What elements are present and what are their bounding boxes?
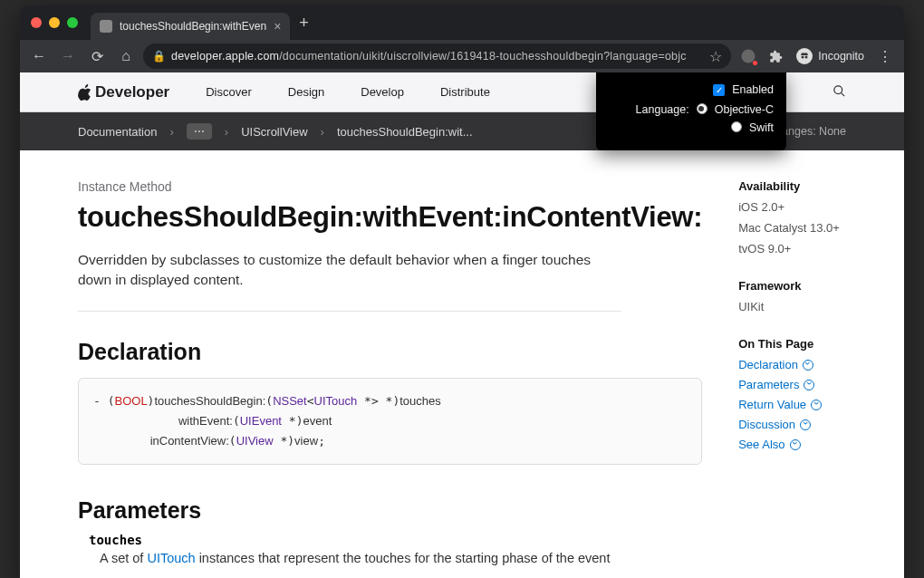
url-text: developer.apple.com/documentation/uikit/… xyxy=(171,50,687,63)
nav-develop[interactable]: Develop xyxy=(361,85,404,99)
svg-line-4 xyxy=(841,92,844,96)
radio-objc[interactable] xyxy=(697,103,707,114)
extensions-icon[interactable] xyxy=(764,44,787,68)
chevron-down-icon xyxy=(803,360,813,371)
tab-title: touchesShouldBegin:withEven xyxy=(120,20,266,33)
toc-discussion[interactable]: Discussion xyxy=(738,418,846,431)
enabled-label: Enabled xyxy=(732,83,774,96)
lock-icon: 🔒 xyxy=(152,50,166,63)
page-description: Overridden by subclasses to customize th… xyxy=(78,250,621,312)
breadcrumb-ellipsis[interactable]: ⋯ xyxy=(187,123,212,140)
browser-menu-button[interactable]: ⋮ xyxy=(873,44,897,68)
new-tab-button[interactable]: + xyxy=(290,14,318,33)
star-icon[interactable]: ☆ xyxy=(709,48,722,65)
framework-heading: Framework xyxy=(738,279,846,293)
extension-button[interactable] xyxy=(736,44,760,68)
minimize-window-button[interactable] xyxy=(49,17,60,28)
declaration-code: - (BOOL)touchesShouldBegin:(NSSet<UITouc… xyxy=(78,378,702,465)
availability-heading: Availability xyxy=(738,179,846,193)
toc-seealso[interactable]: See Also xyxy=(738,438,846,451)
availability-catalyst: Mac Catalyst 13.0+ xyxy=(738,221,846,235)
address-bar: ← → ⟳ ⌂ 🔒 developer.apple.com/documentat… xyxy=(20,40,904,72)
enabled-checkbox[interactable]: ✓ xyxy=(713,84,725,96)
parameters-heading: Parameters xyxy=(78,497,702,524)
chevron-down-icon xyxy=(804,380,814,390)
toc-returnvalue[interactable]: Return Value xyxy=(738,398,846,411)
breadcrumb-documentation[interactable]: Documentation xyxy=(78,125,157,139)
breadcrumb-current: touchesShouldBegin:wit... xyxy=(337,125,473,139)
uitouch-link[interactable]: UITouch xyxy=(147,551,195,565)
doc-eyebrow: Instance Method xyxy=(78,179,702,194)
main-content: Instance Method touchesShouldBegin:withE… xyxy=(78,179,702,565)
incognito-indicator[interactable]: Incognito xyxy=(791,48,870,64)
url-field[interactable]: 🔒 developer.apple.com/documentation/uiki… xyxy=(143,43,731,69)
param-touches-desc: A set of UITouch instances that represen… xyxy=(100,551,702,565)
svg-point-3 xyxy=(834,85,842,93)
param-touches-name: touches xyxy=(89,533,702,547)
browser-tab[interactable]: touchesShouldBegin:withEven × xyxy=(91,13,290,40)
search-icon[interactable] xyxy=(833,84,846,101)
nav-design[interactable]: Design xyxy=(288,85,324,99)
svg-point-1 xyxy=(802,56,804,59)
onthispage-heading: On This Page xyxy=(738,337,846,351)
apple-developer-logo[interactable]: Developer xyxy=(78,83,169,101)
language-label: Language: xyxy=(636,103,689,116)
chevron-down-icon xyxy=(811,400,822,410)
toc-declaration[interactable]: Declaration xyxy=(738,358,846,371)
close-tab-icon[interactable]: × xyxy=(274,19,281,34)
chevron-down-icon xyxy=(790,439,801,450)
window-titlebar: touchesShouldBegin:withEven × + xyxy=(20,5,904,40)
forward-button[interactable]: → xyxy=(56,44,80,68)
incognito-icon xyxy=(796,48,813,64)
tab-favicon xyxy=(100,20,112,33)
declaration-heading: Declaration xyxy=(78,339,702,365)
back-button[interactable]: ← xyxy=(27,44,51,68)
page-title: touchesShouldBegin:withEvent:inContentVi… xyxy=(78,201,702,234)
availability-ios: iOS 2.0+ xyxy=(738,200,846,214)
maximize-window-button[interactable] xyxy=(67,17,78,28)
chevron-down-icon xyxy=(800,419,811,430)
nav-distribute[interactable]: Distribute xyxy=(440,85,490,99)
breadcrumb-uiscrollview[interactable]: UIScrollView xyxy=(241,125,307,139)
availability-tvos: tvOS 9.0+ xyxy=(738,242,846,255)
apple-logo-icon xyxy=(78,84,91,101)
framework-value: UIKit xyxy=(738,300,846,313)
option-objc[interactable]: Objective-C xyxy=(715,103,774,116)
home-button[interactable]: ⌂ xyxy=(114,44,138,68)
nav-discover[interactable]: Discover xyxy=(206,85,252,99)
language-popup: ✓ Enabled Language: Objective-C Swift xyxy=(596,72,786,150)
doc-sidebar: Availability iOS 2.0+ Mac Catalyst 13.0+… xyxy=(738,179,846,565)
toc-parameters[interactable]: Parameters xyxy=(738,378,846,391)
option-swift[interactable]: Swift xyxy=(749,121,774,134)
reload-button[interactable]: ⟳ xyxy=(85,44,109,68)
close-window-button[interactable] xyxy=(31,17,42,28)
svg-point-2 xyxy=(805,56,808,59)
radio-swift[interactable] xyxy=(731,121,742,132)
